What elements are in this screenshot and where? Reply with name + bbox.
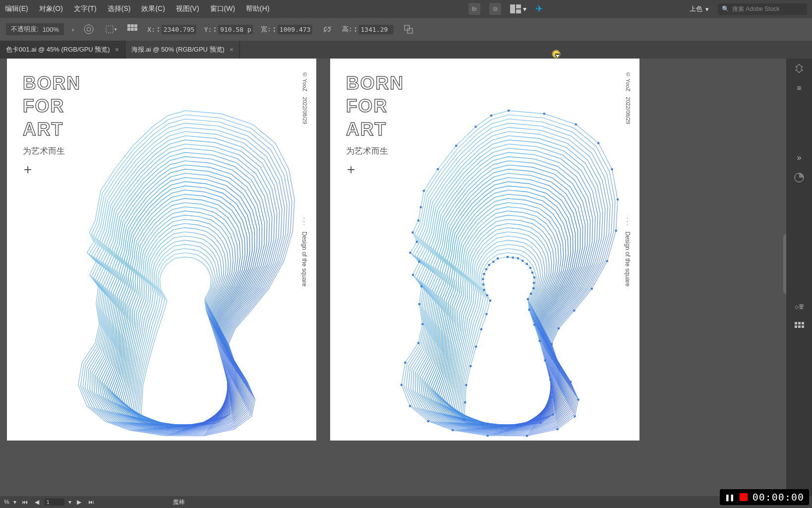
menu-help[interactable]: 帮助(H): [246, 4, 269, 13]
tool-hint: 魔棒: [173, 498, 185, 507]
recorder-time: 00:00:00: [753, 491, 804, 503]
svg-rect-62: [533, 276, 535, 278]
svg-rect-55: [507, 256, 509, 258]
menu-object[interactable]: 对象(O): [39, 4, 63, 13]
zoom-level[interactable]: %: [4, 499, 9, 506]
pause-button[interactable]: ❚❚: [725, 493, 734, 502]
link-dimensions-icon[interactable]: [320, 22, 334, 36]
height-input[interactable]: [359, 25, 394, 34]
svg-rect-76: [501, 426, 503, 428]
chevron-down-icon: ▾: [705, 5, 709, 13]
svg-rect-39: [417, 342, 419, 344]
document-tab[interactable]: 海报.ai @ 50% (RGB/GPU 预览) ×: [125, 41, 240, 59]
menu-right-group: Br St ▾ ✈ 上色 ▾ 🔍 搜索 Adobe Stock: [468, 3, 807, 15]
menu-view[interactable]: 视图(V): [176, 4, 199, 13]
stock-icon[interactable]: St: [489, 3, 501, 15]
opacity-flyout-arrow[interactable]: ›: [72, 26, 74, 33]
y-coordinate[interactable]: Y: ▴▾: [204, 25, 253, 34]
height-field[interactable]: 高: ▴▾: [342, 25, 394, 34]
svg-rect-31: [556, 428, 558, 430]
svg-rect-99: [795, 325, 797, 328]
svg-rect-5: [106, 26, 113, 33]
svg-rect-14: [407, 28, 412, 33]
close-icon[interactable]: ×: [230, 46, 233, 54]
svg-rect-58: [522, 260, 523, 262]
workspace-switcher[interactable]: 上色 ▾: [690, 4, 709, 13]
svg-rect-53: [475, 126, 477, 127]
svg-rect-86: [486, 294, 488, 296]
search-placeholder: 搜索 Adobe Stock: [732, 5, 779, 13]
gpu-preview-icon[interactable]: ✈: [535, 3, 543, 14]
y-stepper[interactable]: ▴▾: [214, 26, 216, 33]
svg-rect-75: [520, 425, 522, 427]
tab-label: 色卡001.ai @ 45% (RGB/GPU 预览): [6, 45, 110, 54]
search-icon: 🔍: [722, 5, 729, 12]
width-stepper[interactable]: ▴▾: [273, 26, 276, 33]
x-stepper[interactable]: ▴▾: [157, 26, 160, 33]
artboard[interactable]: BORN FOR ART 为艺术而生 + © YooZ 2022/08/29 ·…: [7, 59, 316, 441]
svg-rect-23: [591, 288, 593, 290]
zoom-dropdown-icon[interactable]: ▾: [13, 499, 16, 506]
first-artboard-button[interactable]: ⏮: [20, 499, 29, 506]
svg-rect-74: [540, 422, 542, 424]
next-artboard-button[interactable]: ▶: [75, 499, 83, 506]
artboard-dropdown-icon[interactable]: ▾: [68, 499, 71, 506]
svg-rect-43: [412, 274, 414, 276]
svg-rect-100: [798, 325, 801, 328]
menu-select[interactable]: 选择(S): [108, 4, 131, 13]
svg-rect-15: [508, 110, 510, 112]
close-icon[interactable]: ×: [115, 46, 119, 54]
expand-panels-icon[interactable]: »: [786, 148, 812, 168]
svg-rect-97: [798, 322, 801, 324]
shape-mode-icon[interactable]: [402, 22, 415, 36]
width-field[interactable]: 宽: ▴▾: [261, 25, 312, 34]
svg-rect-52: [455, 145, 457, 147]
height-label: 高:: [342, 25, 352, 34]
menu-effect[interactable]: 效果(C): [141, 4, 165, 13]
svg-rect-27: [557, 363, 559, 365]
document-tab[interactable]: 色卡001.ai @ 45% (RGB/GPU 预览) ×: [0, 41, 125, 59]
svg-rect-2: [516, 9, 521, 13]
properties-panel-icon[interactable]: [786, 59, 812, 78]
svg-rect-20: [617, 198, 619, 200]
transform-icon[interactable]: ▾: [104, 22, 117, 36]
artboard[interactable]: BORN FOR ART 为艺术而生 + © YooZ 2022/08/29 ·…: [330, 59, 639, 441]
svg-rect-22: [606, 260, 608, 262]
align-panel-icon[interactable]: [786, 317, 812, 336]
svg-rect-36: [409, 405, 411, 407]
menu-type[interactable]: 文字(T): [74, 4, 97, 13]
menu-window[interactable]: 窗口(W): [210, 4, 235, 13]
arrange-documents-button[interactable]: ▾: [510, 4, 526, 13]
bridge-icon[interactable]: Br: [468, 3, 480, 15]
svg-rect-38: [405, 362, 406, 364]
color-panel-icon[interactable]: [786, 168, 812, 188]
y-input[interactable]: [218, 25, 253, 34]
record-button[interactable]: [740, 493, 748, 501]
recolor-artwork-icon[interactable]: [82, 22, 96, 36]
svg-rect-70: [544, 359, 546, 361]
plus-icon: +: [347, 162, 355, 178]
transform-panel-icon[interactable]: ◇变: [786, 297, 812, 317]
x-coordinate[interactable]: X: ▴▾: [147, 25, 196, 34]
svg-rect-66: [527, 298, 529, 300]
prev-artboard-button[interactable]: ◀: [33, 499, 41, 506]
x-input[interactable]: [162, 25, 196, 34]
canvas-area[interactable]: BORN FOR ART 为艺术而生 + © YooZ 2022/08/29 ·…: [0, 59, 786, 496]
stock-search-box[interactable]: 🔍 搜索 Adobe Stock: [718, 3, 807, 15]
libraries-panel-icon[interactable]: ≡: [786, 78, 812, 98]
svg-rect-42: [420, 285, 422, 287]
svg-rect-30: [574, 415, 576, 417]
svg-rect-96: [795, 322, 797, 324]
last-artboard-button[interactable]: ⏭: [87, 499, 96, 506]
artboard-number-input[interactable]: [45, 499, 64, 506]
svg-rect-51: [437, 168, 439, 170]
align-icon[interactable]: [125, 22, 139, 36]
opacity-control[interactable]: 不透明度: 100%: [6, 23, 64, 35]
svg-rect-6: [127, 24, 130, 27]
svg-rect-48: [417, 220, 419, 222]
svg-rect-26: [551, 343, 553, 345]
width-input[interactable]: [278, 25, 312, 34]
menu-edit[interactable]: 编辑(E): [5, 4, 28, 13]
tab-label: 海报.ai @ 50% (RGB/GPU 预览): [131, 45, 225, 54]
height-stepper[interactable]: ▴▾: [354, 26, 357, 33]
